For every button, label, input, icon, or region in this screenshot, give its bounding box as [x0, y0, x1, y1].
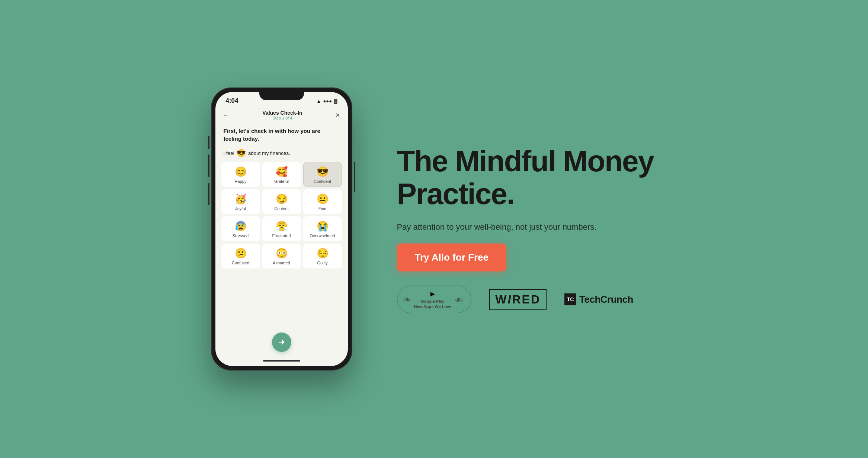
side-button-mute [208, 136, 209, 149]
emotion-emoji: 😐 [317, 193, 329, 205]
phone-body: 4:04 ▲ ●●● ▓ ← Values Check-In Step 1 of… [211, 88, 352, 370]
emotion-cell[interactable]: 😔Guilty [303, 244, 342, 268]
emotion-cell[interactable]: 🥳Joyful [221, 189, 260, 214]
question-section: First, let's check in with how you are f… [215, 122, 348, 146]
signal-icon: ●●● [323, 98, 332, 104]
laurel-right-icon: ☙ [454, 293, 464, 306]
page-container: 4:04 ▲ ●●● ▓ ← Values Check-In Step 1 of… [0, 0, 868, 458]
press-logos: ❧ ► Google PlayNew Apps We Love ☙ WIRED … [397, 286, 657, 313]
wired-logo: WIRED [489, 289, 547, 310]
emotion-emoji: 😳 [276, 248, 288, 259]
status-icons: ▲ ●●● ▓ [317, 98, 337, 104]
emotion-cell[interactable]: 😏Content [262, 189, 301, 214]
phone-screen: 4:04 ▲ ●●● ▓ ← Values Check-In Step 1 of… [215, 92, 348, 366]
battery-icon: ▓ [334, 98, 337, 104]
app-header: ← Values Check-In Step 1 of 4 ✕ [215, 107, 348, 122]
side-button-power [354, 162, 355, 192]
step-indicator: Step 1 of 4 [262, 116, 302, 120]
emotion-emoji: 😰 [235, 220, 247, 232]
side-button-volume-up [208, 155, 209, 177]
techcrunch-text: TechCrunch [579, 294, 633, 305]
emotion-emoji: 😊 [235, 166, 247, 178]
phone-mockup: 4:04 ▲ ●●● ▓ ← Values Check-In Step 1 of… [211, 88, 352, 370]
hero-headline: The Mindful Money Practice. [397, 145, 657, 210]
google-play-badge: ❧ ► Google PlayNew Apps We Love ☙ [397, 286, 472, 313]
emotion-emoji: 🥰 [276, 166, 288, 178]
emotion-label: Overwhelmed [310, 233, 335, 238]
emotion-cell[interactable]: 😭Overwhelmed [303, 216, 342, 241]
emotion-cell[interactable]: 🥰Grateful [262, 162, 301, 187]
feeling-suffix: about my finances. [248, 150, 290, 156]
cta-button[interactable]: Try Allo for Free [397, 244, 506, 271]
screen-title: Values Check-In [262, 110, 302, 116]
emotion-label: Grateful [274, 179, 289, 184]
next-button-wrapper [215, 326, 348, 357]
emotion-label: Content [274, 206, 289, 211]
emotion-grid: 😊Happy🥰Grateful😎Confident🥳Joyful😏Content… [215, 162, 348, 268]
emotion-emoji: 😏 [276, 193, 288, 205]
emotion-cell[interactable]: 😎Confident [303, 162, 342, 187]
techcrunch-icon: TC [564, 293, 576, 305]
emotion-label: Fine [318, 206, 326, 211]
emotion-cell[interactable]: 😕Confused [221, 244, 260, 268]
emotion-label: Happy [235, 179, 247, 184]
next-button[interactable] [272, 333, 291, 352]
emotion-emoji: 😔 [317, 248, 329, 259]
laurel-left-icon: ❧ [403, 293, 411, 306]
side-button-volume-down [208, 183, 209, 205]
google-play-label: Google PlayNew Apps We Love [414, 299, 452, 309]
google-play-inner: ► Google PlayNew Apps We Love [414, 290, 452, 309]
back-button[interactable]: ← [223, 111, 230, 119]
emotion-label: Stressed [233, 233, 249, 238]
emotion-label: Joyful [235, 206, 246, 211]
emotion-emoji: 😭 [317, 220, 329, 232]
emotion-cell[interactable]: 😐Fine [303, 189, 342, 214]
emotion-cell[interactable]: 😳Ashamed [262, 244, 301, 268]
emotion-emoji: 🥳 [235, 193, 247, 205]
emotion-cell[interactable]: 😤Frustrated [262, 216, 301, 241]
emotion-emoji: 😕 [235, 248, 247, 259]
phone-notch [259, 92, 304, 100]
feeling-row: I feel 😎 about my finances. [215, 146, 348, 162]
emotion-label: Confident [314, 179, 331, 184]
header-center: Values Check-In Step 1 of 4 [262, 110, 302, 120]
emotion-cell[interactable]: 😰Stressed [221, 216, 260, 241]
emotion-label: Ashamed [273, 261, 290, 265]
question-text: First, let's check in with how you are f… [224, 127, 340, 143]
right-content: The Mindful Money Practice. Pay attentio… [397, 145, 657, 313]
emotion-label: Frustrated [272, 233, 291, 238]
hero-subtext: Pay attention to your well-being, not ju… [397, 221, 657, 233]
google-play-icon: ► [429, 290, 436, 298]
emotion-label: Confused [232, 261, 249, 265]
emotion-emoji: 😎 [317, 166, 329, 178]
close-button[interactable]: ✕ [335, 112, 340, 119]
arrow-right-icon [278, 338, 286, 346]
feeling-emoji: 😎 [237, 149, 246, 158]
home-indicator [263, 360, 300, 362]
feeling-prefix: I feel [224, 150, 234, 156]
emotion-label: Guilty [317, 261, 327, 265]
wifi-icon: ▲ [317, 98, 321, 104]
emotion-emoji: 😤 [276, 220, 288, 232]
home-bar [215, 357, 348, 366]
status-time: 4:04 [226, 97, 238, 105]
emotion-cell[interactable]: 😊Happy [221, 162, 260, 187]
techcrunch-logo: TC TechCrunch [564, 293, 633, 305]
